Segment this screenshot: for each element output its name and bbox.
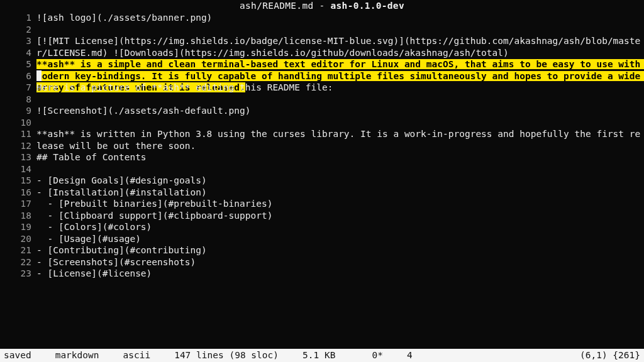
editor-line[interactable]: 4 — [0, 47, 644, 59]
line-content[interactable]: ![ash logo](./assets/banner.png) — [36, 12, 644, 24]
editor-line[interactable]: 7Here is a picture of **ash** editing th… — [0, 82, 644, 94]
line-content[interactable] — [36, 117, 644, 129]
line-number: 13 — [0, 151, 36, 163]
editor-line[interactable]: 22- [Screenshots](#screenshots) — [0, 256, 644, 268]
editor-line[interactable]: 15- [Design Goals](#design-goals) — [0, 175, 644, 187]
line-number: 19 — [0, 221, 36, 233]
line-number: 17 — [0, 198, 36, 210]
line-number: 4 — [0, 47, 36, 59]
line-number: 16 — [0, 187, 36, 199]
line-number: 3 — [0, 35, 36, 47]
line-content[interactable]: - [Screenshots](#screenshots) — [36, 256, 644, 268]
line-number: 8 — [0, 94, 36, 106]
editor-line[interactable]: 13## Table of Contents — [0, 151, 644, 163]
status-lines: 147 lines (98 sloc) — [174, 349, 279, 362]
line-number: 12 — [0, 140, 36, 152]
editor-line[interactable]: 11**ash** is written in Python 3.8 using… — [0, 128, 644, 140]
editor-line[interactable]: 20 - [Usage](#usage) — [0, 233, 644, 245]
editor-line[interactable]: 10 — [0, 117, 644, 129]
line-number: 15 — [0, 175, 36, 187]
line-content[interactable] — [36, 70, 644, 82]
editor-line[interactable]: 8 — [0, 94, 644, 106]
line-content[interactable]: - [Contributing](#contributing) — [36, 244, 644, 256]
line-number: 6 — [0, 70, 36, 82]
line-number: 9 — [0, 105, 36, 117]
line-content[interactable] — [36, 47, 644, 59]
status-bar: saved markdown ascii 147 lines (98 sloc)… — [0, 349, 644, 362]
line-content[interactable] — [36, 24, 644, 36]
line-number: 11 — [0, 128, 36, 140]
line-content[interactable]: - [Clipboard support](#clipboard-support… — [36, 210, 644, 222]
line-content[interactable]: - [Prebuilt binaries](#prebuilt-binaries… — [36, 198, 644, 210]
line-number: 1 — [0, 12, 36, 24]
line-number: 5 — [0, 58, 36, 70]
line-content[interactable]: **ash** is written in Python 3.8 using t… — [36, 128, 644, 140]
editor-line[interactable]: 14 — [0, 163, 644, 175]
editor-line[interactable]: 5**ash** is a simple and clean terminal-… — [0, 58, 644, 70]
status-encoding: ascii — [123, 349, 151, 362]
line-number: 18 — [0, 210, 36, 222]
editor-line[interactable]: 18 - [Clipboard support](#clipboard-supp… — [0, 210, 644, 222]
line-content[interactable]: - [Usage](#usage) — [36, 233, 644, 245]
line-number: 21 — [0, 244, 36, 256]
editor-area[interactable]: 1![ash logo](./assets/banner.png)23[![MI… — [0, 12, 644, 349]
line-content[interactable]: Here is a picture of **ash** editing thi… — [36, 82, 644, 94]
status-size: 5.1 KB — [303, 349, 335, 362]
editor-line[interactable]: 1![ash logo](./assets/banner.png) — [0, 12, 644, 24]
line-content[interactable] — [36, 94, 644, 106]
status-selection: 0* — [372, 349, 382, 362]
editor-line[interactable]: 6 — [0, 70, 644, 82]
line-number: 14 — [0, 163, 36, 175]
editor-line[interactable]: 17 - [Prebuilt binaries](#prebuilt-binar… — [0, 198, 644, 210]
title-bar: ash/README.md - ash-0.1.0-dev — [0, 0, 644, 12]
line-number: 10 — [0, 117, 36, 129]
line-content[interactable]: - [License](#license) — [36, 268, 644, 280]
status-cursor-pos: (6,1) {261} — [580, 349, 640, 362]
line-content[interactable]: **ash** is a simple and clean terminal-b… — [36, 58, 644, 70]
file-path: ash/README.md — [240, 1, 313, 11]
editor-line[interactable]: 23- [License](#license) — [0, 268, 644, 280]
editor-line[interactable]: 12 — [0, 140, 644, 152]
editor-line[interactable]: 19 - [Colors](#colors) — [0, 221, 644, 233]
line-content[interactable] — [36, 163, 644, 175]
line-content[interactable]: [![MIT License](https://img.shields.io/b… — [36, 35, 644, 47]
line-content[interactable]: ![Screenshot](./assets/ash-default.png) — [36, 105, 644, 117]
line-number: 7 — [0, 82, 36, 94]
status-tabsize: 4 — [407, 349, 413, 362]
editor-line[interactable]: 3[![MIT License](https://img.shields.io/… — [0, 35, 644, 47]
status-saved: saved — [4, 349, 31, 362]
editor-line[interactable]: 9![Screenshot](./assets/ash-default.png) — [0, 105, 644, 117]
editor-line[interactable]: 21- [Contributing](#contributing) — [0, 244, 644, 256]
editor-line[interactable]: 16- [Installation](#installation) — [0, 187, 644, 199]
line-content[interactable]: - [Colors](#colors) — [36, 221, 644, 233]
line-number: 2 — [0, 24, 36, 36]
line-number: 20 — [0, 233, 36, 245]
line-content[interactable]: - [Installation](#installation) — [36, 187, 644, 199]
status-syntax: markdown — [55, 349, 99, 362]
line-number: 23 — [0, 268, 36, 280]
text-cursor — [36, 70, 42, 81]
line-number: 22 — [0, 256, 36, 268]
app-name: ash-0.1.0-dev — [331, 1, 404, 11]
line-content[interactable]: - [Design Goals](#design-goals) — [36, 175, 644, 187]
editor-line[interactable]: 2 — [0, 24, 644, 36]
line-content[interactable] — [36, 140, 644, 152]
line-content[interactable]: ## Table of Contents — [36, 151, 644, 163]
